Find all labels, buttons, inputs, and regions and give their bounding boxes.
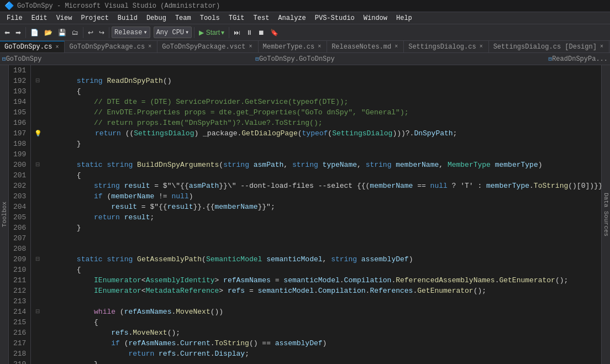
menu-item-help[interactable]: Help bbox=[392, 13, 417, 23]
separator-5 bbox=[229, 27, 229, 38]
menu-item-tools[interactable]: Tools bbox=[196, 13, 224, 23]
back-button[interactable]: ⬅ bbox=[2, 28, 12, 38]
datasources-panel[interactable]: Data Sources bbox=[601, 65, 610, 364]
line-number: 215 bbox=[13, 317, 26, 328]
menu-item-test[interactable]: Test bbox=[249, 13, 274, 23]
bookmark-btn[interactable]: 🔖 bbox=[268, 28, 281, 38]
save-button[interactable]: 💾 bbox=[56, 28, 69, 38]
code-line: } bbox=[35, 139, 601, 149]
tab-settingsdialog-cs[interactable]: SettingsDialog.cs× bbox=[404, 41, 488, 52]
tab-close-icon[interactable]: × bbox=[478, 43, 484, 50]
line-number: 219 bbox=[13, 359, 26, 364]
config-label: Release bbox=[114, 29, 142, 36]
title-text: GoToDnSpy - Microsoft Visual Studio (Adm… bbox=[17, 2, 220, 10]
tab-label: GoToDnSpy.cs bbox=[4, 43, 52, 51]
menu-item-pvs-studio[interactable]: PVS-Studio bbox=[311, 13, 359, 23]
debug-btn1[interactable]: ⏭ bbox=[232, 28, 243, 38]
open-button[interactable]: 📂 bbox=[42, 28, 55, 38]
code-line: ⊟ string ReadDnSpyPath() bbox=[35, 76, 601, 86]
code-line: // EnvDTE.Properties props = dte.get_Pro… bbox=[35, 107, 601, 118]
code-line bbox=[35, 233, 601, 244]
menu-item-project[interactable]: Project bbox=[76, 13, 113, 23]
menu-item-build[interactable]: Build bbox=[113, 13, 142, 23]
save-all-button[interactable]: 🗂 bbox=[70, 28, 81, 38]
chevron-down-icon: ▾ bbox=[185, 28, 189, 36]
collapse-icon[interactable]: ⊟ bbox=[35, 160, 42, 170]
line-number: 193 bbox=[13, 86, 26, 97]
toolbox-label: Toolbox bbox=[1, 202, 8, 227]
line-number: 209 bbox=[13, 254, 26, 265]
menu-item-edit[interactable]: Edit bbox=[27, 13, 52, 23]
tab-label: ReleaseNotes.md bbox=[332, 43, 391, 51]
line-number: 196 bbox=[13, 118, 26, 128]
forward-button[interactable]: ➡ bbox=[13, 28, 23, 38]
separator-2 bbox=[83, 27, 83, 38]
line-number: 210 bbox=[13, 265, 26, 275]
collapse-icon[interactable]: ⊟ bbox=[35, 76, 42, 86]
line-number: 208 bbox=[13, 244, 26, 254]
code-line: { bbox=[35, 265, 601, 275]
config-dropdown[interactable]: Release ▾ bbox=[112, 27, 150, 38]
tab-releasenotes-md[interactable]: ReleaseNotes.md× bbox=[327, 41, 404, 52]
tab-close-icon[interactable]: × bbox=[248, 43, 254, 50]
datasources-label: Data Sources bbox=[603, 193, 609, 236]
tab-close-icon[interactable]: × bbox=[317, 43, 322, 50]
run-label: ▶ Start bbox=[199, 29, 220, 36]
new-project-button[interactable]: 📄 bbox=[28, 28, 41, 38]
run-button[interactable]: ▶ Start ▾ bbox=[197, 28, 227, 38]
code-line: { bbox=[35, 317, 601, 328]
code-line: ⊟ static string GetAssemblyPath(Semantic… bbox=[35, 254, 601, 265]
lightbulb-icon[interactable]: 💡 bbox=[34, 130, 42, 137]
line-number: 213 bbox=[13, 296, 26, 307]
titlebar: 🔷 GoToDnSpy - Microsoft Visual Studio (A… bbox=[0, 0, 610, 12]
tab-close-icon[interactable]: × bbox=[147, 43, 152, 50]
menu-item-tgit[interactable]: TGit bbox=[224, 13, 249, 23]
editor-main: 1911921931941951961971981992002012022032… bbox=[9, 65, 601, 364]
line-number: 212 bbox=[13, 286, 26, 296]
toolbox-panel[interactable]: Toolbox bbox=[0, 65, 9, 364]
code-path-bar: ⊟ GoToDnSpy ⊟ GoToDnSpy.GoToDnSpy ⊟ Read… bbox=[0, 53, 610, 65]
method-path: ReadDnSpyPa... bbox=[552, 55, 608, 63]
toolbar: ⬅ ➡ 📄 📂 💾 🗂 ↩ ↪ Release ▾ Any CPU ▾ ▶ St… bbox=[0, 24, 610, 41]
chevron-down-icon: ▾ bbox=[221, 29, 224, 36]
code-line bbox=[35, 65, 601, 76]
line-number: 199 bbox=[13, 149, 26, 160]
menu-item-analyze[interactable]: Analyze bbox=[274, 13, 310, 23]
undo-button[interactable]: ↩ bbox=[86, 28, 96, 38]
code-line: IEnumerator<MetadataReference> refs = se… bbox=[35, 286, 601, 296]
tab-close-icon[interactable]: × bbox=[54, 44, 60, 51]
code-line: if (memberName != null) bbox=[35, 191, 601, 202]
tab-label: MemberType.cs bbox=[263, 43, 315, 51]
debug-btn2[interactable]: ⏸ bbox=[244, 28, 255, 38]
collapse-icon[interactable]: ⊟ bbox=[35, 307, 42, 317]
tab-label: SettingsDialog.cs bbox=[408, 43, 476, 51]
menu-item-view[interactable]: View bbox=[52, 13, 77, 23]
code-content[interactable]: ⊟ string ReadDnSpyPath() { // DTE dte = … bbox=[31, 65, 601, 364]
menu-item-debug[interactable]: Debug bbox=[142, 13, 171, 23]
tab-gotodnspypackage-cs[interactable]: GoToDnSpyPackage.cs× bbox=[65, 41, 157, 52]
menu-item-file[interactable]: File bbox=[2, 13, 27, 23]
collapse-icon[interactable]: ⊟ bbox=[35, 254, 42, 265]
platform-dropdown[interactable]: Any CPU ▾ bbox=[154, 27, 192, 38]
separator-3 bbox=[109, 27, 109, 38]
line-number: 214 bbox=[13, 307, 26, 317]
debug-btn3[interactable]: ⏹ bbox=[256, 28, 267, 38]
menu-item-window[interactable]: Window bbox=[359, 13, 392, 23]
tab-gotodnspy-cs[interactable]: GoToDnSpy.cs× bbox=[0, 41, 65, 52]
tab-membertype-cs[interactable]: MemberType.cs× bbox=[259, 41, 328, 52]
tab-settingsdialog-cs--design-[interactable]: SettingsDialog.cs [Design]× bbox=[489, 41, 609, 52]
code-line: } bbox=[35, 223, 601, 233]
namespace-path: GoToDnSpy bbox=[6, 55, 42, 63]
tab-close-icon[interactable]: × bbox=[599, 43, 604, 50]
code-line: return refs.Current.Display; bbox=[35, 349, 601, 359]
tab-gotodnspypackage-vsct[interactable]: GoToDnSpyPackage.vsct× bbox=[157, 41, 258, 52]
tabs-bar: GoToDnSpy.cs×GoToDnSpyPackage.cs×GoToDnS… bbox=[0, 41, 610, 53]
tab-close-icon[interactable]: × bbox=[393, 43, 399, 50]
line-number: 218 bbox=[13, 349, 26, 359]
line-number: 205 bbox=[13, 212, 26, 223]
menu-item-team[interactable]: Team bbox=[171, 13, 196, 23]
code-line: return result; bbox=[35, 212, 601, 223]
redo-button[interactable]: ↪ bbox=[97, 28, 107, 38]
code-line bbox=[35, 149, 601, 160]
tab-label: SettingsDialog.cs [Design] bbox=[493, 43, 597, 51]
